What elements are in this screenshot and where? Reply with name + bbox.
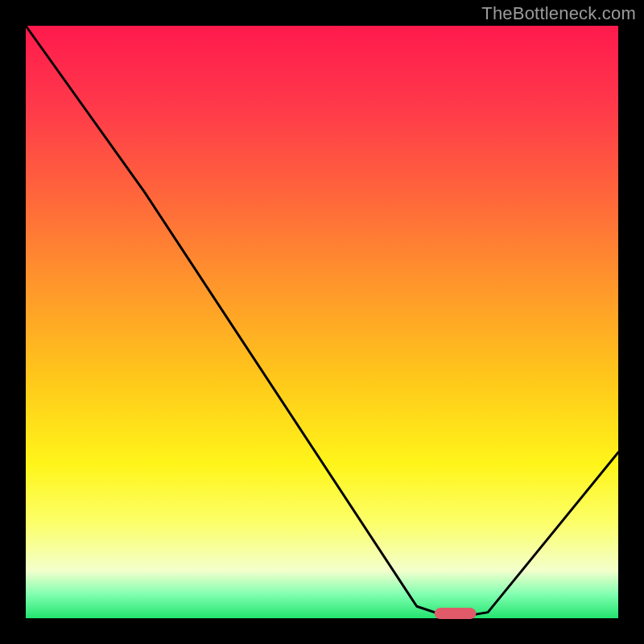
optimal-marker: [435, 608, 477, 619]
bottleneck-curve: [26, 26, 618, 618]
plot-area: [26, 26, 618, 618]
chart-frame: TheBottleneck.com: [0, 0, 644, 644]
chart-svg: [26, 26, 618, 618]
watermark-label: TheBottleneck.com: [481, 3, 636, 24]
